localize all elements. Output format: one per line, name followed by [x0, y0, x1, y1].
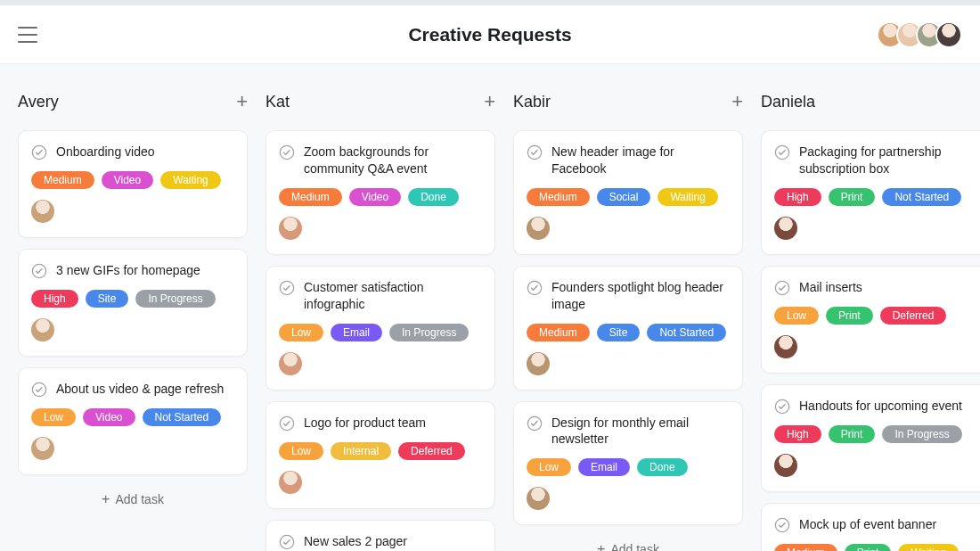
add-task-label: Add task — [610, 542, 658, 551]
tag-pill[interactable]: Print — [829, 425, 876, 443]
card-head: Zoom backgrounds for community Q&A event — [279, 144, 482, 177]
add-card-button[interactable]: + — [484, 92, 495, 111]
task-card[interactable]: New header image for FacebookMediumSocia… — [513, 130, 743, 255]
complete-check-icon[interactable] — [774, 517, 790, 533]
task-card[interactable]: 3 new GIFs for homepageHighSiteIn Progre… — [18, 249, 248, 357]
tag-pill[interactable]: Print — [826, 307, 873, 325]
avatar[interactable] — [527, 487, 550, 510]
task-card[interactable]: Customer satisfaction infographicLowEmai… — [265, 266, 495, 391]
complete-check-icon[interactable] — [279, 415, 295, 432]
tag-row: LowEmailDone — [527, 458, 730, 476]
avatar[interactable] — [279, 352, 302, 375]
collaborator-avatars[interactable] — [877, 21, 962, 48]
task-card[interactable]: New sales 2 pagerHighPrintNot Started — [265, 520, 495, 551]
tag-pill[interactable]: Social — [597, 188, 651, 206]
task-card[interactable]: Handouts for upcoming eventHighPrintIn P… — [761, 384, 980, 492]
tag-pill[interactable]: Print — [845, 544, 892, 551]
complete-check-icon[interactable] — [31, 382, 47, 398]
tag-pill[interactable]: Low — [279, 324, 323, 341]
tag-pill[interactable]: Medium — [527, 188, 590, 206]
task-card[interactable]: About us video & page refreshLowVideoNot… — [18, 367, 248, 475]
tag-pill[interactable]: Medium — [279, 188, 342, 206]
add-task-button[interactable]: +Add task — [18, 484, 248, 514]
avatar[interactable] — [774, 217, 797, 240]
tag-pill[interactable]: Waiting — [160, 171, 221, 189]
tag-pill[interactable]: Email — [331, 324, 382, 341]
add-task-button[interactable]: +Add task — [513, 534, 743, 551]
task-card[interactable]: Packaging for partnership subscription b… — [761, 130, 980, 255]
tag-pill[interactable]: Medium — [31, 171, 94, 189]
tag-row: HighPrintNot Started — [774, 188, 977, 206]
avatar[interactable] — [527, 352, 550, 375]
avatar[interactable] — [774, 335, 797, 358]
task-card[interactable]: Zoom backgrounds for community Q&A event… — [265, 130, 495, 255]
tag-pill[interactable]: Print — [829, 188, 876, 206]
complete-check-icon[interactable] — [31, 263, 47, 279]
card-title: New sales 2 pager — [304, 533, 407, 550]
column-header: Kat+ — [265, 89, 495, 114]
complete-check-icon[interactable] — [527, 280, 543, 296]
tag-pill[interactable]: In Progress — [135, 290, 215, 308]
tag-pill[interactable]: Low — [527, 458, 571, 476]
tag-pill[interactable]: Done — [637, 458, 688, 476]
tag-pill[interactable]: Low — [774, 307, 819, 325]
tag-pill[interactable]: Site — [86, 290, 129, 308]
avatar[interactable] — [31, 437, 54, 460]
tag-pill[interactable]: Video — [102, 171, 153, 189]
tag-pill[interactable]: High — [31, 290, 78, 308]
complete-check-icon[interactable] — [774, 144, 790, 160]
assignee — [774, 217, 977, 243]
tag-pill[interactable]: Not Started — [647, 324, 726, 341]
avatar[interactable] — [31, 318, 54, 341]
add-card-button[interactable]: + — [236, 92, 248, 111]
tag-pill[interactable]: Waiting — [657, 188, 718, 206]
task-card[interactable]: Founders spotlight blog header imageMedi… — [513, 266, 743, 391]
card-title: Onboarding video — [56, 144, 155, 160]
tag-pill[interactable]: Video — [349, 188, 401, 206]
tag-pill[interactable]: In Progress — [882, 425, 961, 443]
complete-check-icon[interactable] — [279, 534, 295, 550]
add-card-button[interactable]: + — [731, 92, 743, 111]
tag-row: HighPrintIn Progress — [774, 425, 977, 443]
tag-pill[interactable]: Low — [31, 408, 76, 426]
complete-check-icon[interactable] — [527, 415, 543, 432]
complete-check-icon[interactable] — [527, 144, 543, 160]
avatar[interactable] — [774, 454, 797, 477]
task-card[interactable]: Design for monthly email newsletterLowEm… — [513, 401, 743, 526]
task-card[interactable]: Mail insertsLowPrintDeferred — [761, 266, 980, 374]
task-card[interactable]: Logo for product teamLowInternalDeferred — [265, 401, 495, 509]
tag-pill[interactable]: Medium — [527, 324, 590, 341]
avatar[interactable] — [31, 200, 54, 223]
tag-pill[interactable]: Medium — [774, 544, 837, 551]
complete-check-icon[interactable] — [279, 280, 295, 296]
tag-pill[interactable]: Not Started — [882, 188, 961, 206]
tag-pill[interactable]: Waiting — [898, 544, 959, 551]
tag-pill[interactable]: In Progress — [389, 324, 469, 341]
tag-pill[interactable]: Low — [279, 442, 323, 460]
complete-check-icon[interactable] — [774, 280, 790, 296]
tag-pill[interactable]: Email — [578, 458, 630, 476]
avatar[interactable] — [527, 217, 550, 240]
card-title: About us video & page refresh — [56, 381, 224, 398]
tag-pill[interactable]: Video — [83, 408, 135, 426]
card-head: About us video & page refresh — [31, 381, 234, 398]
tag-pill[interactable]: High — [774, 425, 821, 443]
tag-pill[interactable]: Deferred — [398, 442, 465, 460]
assignee — [31, 437, 234, 464]
complete-check-icon[interactable] — [774, 399, 790, 415]
menu-icon[interactable] — [18, 27, 37, 43]
tag-pill[interactable]: Internal — [331, 442, 391, 460]
complete-check-icon[interactable] — [31, 144, 47, 160]
task-card[interactable]: Onboarding videoMediumVideoWaiting — [18, 130, 248, 238]
avatar[interactable] — [279, 217, 302, 240]
tag-pill[interactable]: Not Started — [143, 408, 222, 426]
tag-pill[interactable]: High — [774, 188, 821, 206]
complete-check-icon[interactable] — [279, 144, 295, 160]
column-title: Avery — [18, 93, 59, 111]
avatar[interactable] — [279, 471, 302, 494]
tag-pill[interactable]: Deferred — [880, 307, 947, 325]
avatar[interactable] — [935, 21, 962, 48]
tag-pill[interactable]: Done — [408, 188, 459, 206]
tag-pill[interactable]: Site — [597, 324, 641, 341]
task-card[interactable]: Mock up of event bannerMediumPrintWaitin… — [761, 503, 980, 551]
